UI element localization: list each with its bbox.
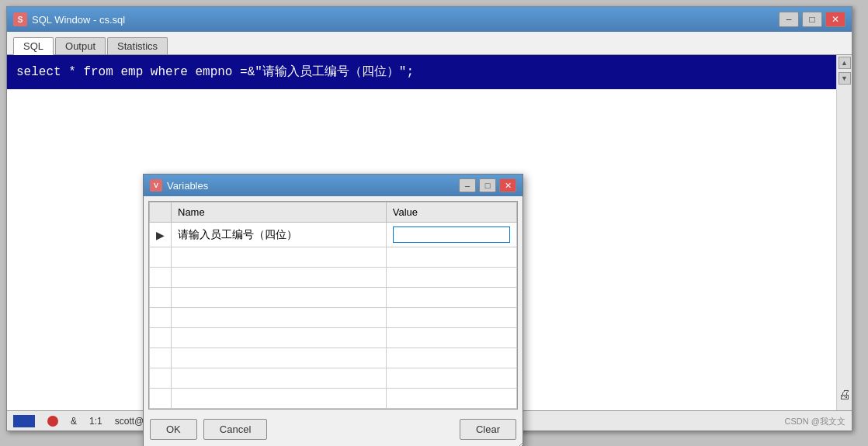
table-row: ▶ 请输入员工编号（四位） — [150, 223, 517, 247]
empty-row-3 — [150, 288, 517, 308]
empty-row-8 — [150, 389, 517, 409]
dialog-close-button[interactable]: ✕ — [499, 178, 516, 192]
svg-line-0 — [516, 443, 523, 446]
variable-name: 请输入员工编号（四位） — [172, 223, 387, 247]
empty-row-4 — [150, 308, 517, 328]
status-indicator — [13, 415, 35, 427]
resize-handle[interactable] — [515, 440, 523, 446]
empty-row-5 — [150, 328, 517, 348]
main-window: S SQL Window - cs.sql – □ ✕ SQL Output S… — [6, 6, 852, 431]
variable-value-cell — [386, 223, 516, 247]
maximize-button[interactable]: □ — [802, 12, 822, 27]
empty-row-1 — [150, 247, 517, 268]
ok-button[interactable]: OK — [150, 419, 197, 440]
row-indicator: ▶ — [150, 223, 172, 247]
variables-dialog: V Variables – □ ✕ Name Value — [143, 174, 523, 446]
sql-editor[interactable]: select * from emp where empno =&"请输入员工编号… — [7, 55, 836, 89]
dialog-title-bar: V Variables – □ ✕ — [144, 175, 523, 196]
clear-button[interactable]: Clear — [460, 419, 516, 440]
window-controls: – □ ✕ — [779, 12, 845, 27]
dialog-button-row: OK Cancel Clear — [144, 414, 523, 446]
minimize-button[interactable]: – — [779, 12, 799, 27]
tab-sql[interactable]: SQL — [13, 37, 54, 55]
empty-row-6 — [150, 348, 517, 368]
dialog-title: Variables — [167, 180, 459, 192]
scroll-down-button[interactable]: ▼ — [838, 72, 851, 85]
print-button[interactable]: 🖨 — [837, 387, 852, 403]
app-icon: S — [13, 12, 27, 26]
status-icon — [47, 416, 58, 427]
variables-table: Name Value ▶ 请输入员工编号（四位） — [149, 202, 517, 409]
status-amp: & — [71, 416, 77, 427]
tab-bar: SQL Output Statistics — [7, 32, 852, 55]
scroll-up-button[interactable]: ▲ — [838, 57, 851, 69]
dialog-icon: V — [150, 179, 162, 192]
close-button[interactable]: ✕ — [825, 12, 845, 27]
cancel-button[interactable]: Cancel — [203, 419, 267, 440]
empty-row-2 — [150, 268, 517, 288]
variable-value-input[interactable] — [393, 226, 510, 243]
dialog-controls: – □ ✕ — [459, 178, 516, 192]
scrollbar: ▲ ▼ 🖨 — [836, 55, 852, 410]
dialog-maximize-button[interactable]: □ — [479, 178, 496, 192]
tab-statistics[interactable]: Statistics — [107, 37, 168, 54]
title-bar: S SQL Window - cs.sql – □ ✕ — [7, 7, 852, 32]
col-name-header: Name — [172, 202, 387, 223]
status-position: 1:1 — [89, 416, 102, 427]
empty-row-7 — [150, 368, 517, 389]
tab-output[interactable]: Output — [55, 37, 106, 54]
dialog-minimize-button[interactable]: – — [459, 178, 476, 192]
col-value-header: Value — [386, 202, 516, 223]
dialog-table-area: Name Value ▶ 请输入员工编号（四位） — [148, 201, 518, 410]
watermark: CSDN @我文文 — [785, 416, 845, 427]
window-title: SQL Window - cs.sql — [32, 14, 779, 26]
